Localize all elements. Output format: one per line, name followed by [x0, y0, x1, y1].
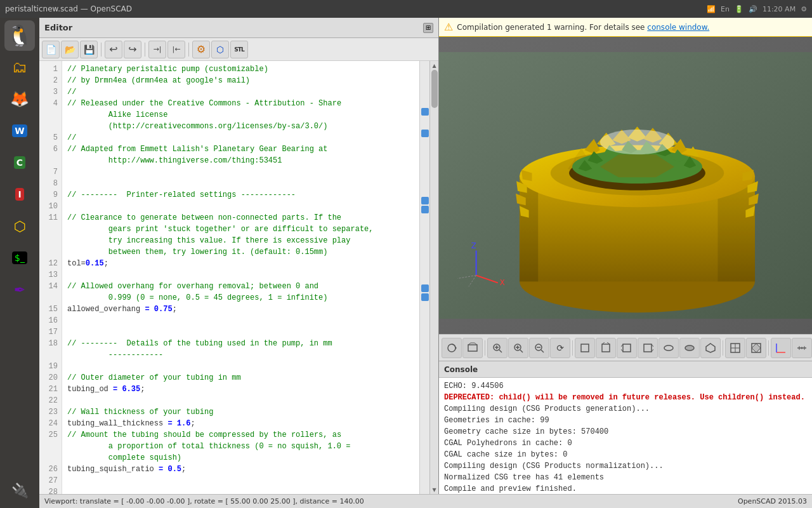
- svg-rect-47: [468, 345, 477, 351]
- stl-button[interactable]: STL: [230, 41, 248, 58]
- line-num-15: 15: [39, 304, 62, 315]
- code-line-18a: // -------- Details of the tubing used i…: [67, 338, 417, 349]
- console-panel: Console ✕ ECHO: 9.44506 DEPRECATED: chil…: [439, 361, 812, 494]
- code-line-20: // Outer diameter of your tubing in mm: [67, 372, 417, 384]
- line-num-28: 28: [39, 486, 62, 494]
- svg-text:X: X: [500, 278, 505, 287]
- line-num-14: 14: [39, 281, 62, 292]
- sidebar-app-files[interactable]: 🗂: [4, 52, 35, 83]
- sidebar-app-openscad[interactable]: ⬡: [4, 211, 35, 241]
- view-bottom-button[interactable]: [679, 338, 700, 358]
- redo-button[interactable]: ↪: [124, 41, 141, 58]
- sidebar-app-writer[interactable]: W: [4, 116, 35, 146]
- render-button[interactable]: ⬡: [211, 41, 229, 58]
- line-num-24: 24: [39, 418, 62, 429]
- line-num-11c: 11: [39, 235, 62, 246]
- settings-icon[interactable]: ⚙: [801, 5, 807, 13]
- code-line-3: //: [67, 86, 417, 98]
- code-line-9: // -------- Printer-related settings ---…: [67, 189, 417, 201]
- cross-section-button[interactable]: [746, 338, 766, 358]
- view-right-button[interactable]: [638, 338, 658, 358]
- toolbar-separator-2: [145, 43, 145, 57]
- rotate-view-button[interactable]: [442, 338, 462, 358]
- line-num-4b: 4: [39, 109, 62, 121]
- orthogonal-button[interactable]: [725, 338, 745, 358]
- split-area: Editor ⊞ 📄 📂 💾 ↩ ↪ →| |← ⚙ ⬡: [39, 18, 812, 494]
- code-area[interactable]: // Planetary peristaltic pump (customiza…: [62, 61, 419, 494]
- line-num-25: 25: [39, 429, 62, 441]
- editor-maximize-btn[interactable]: ⊞: [423, 23, 433, 33]
- new-file-button[interactable]: 📄: [42, 41, 60, 58]
- line-num-11: 11: [39, 212, 62, 224]
- console-line-10: Compile and preview finished.: [444, 483, 812, 494]
- view-diagonal-button[interactable]: [700, 338, 721, 358]
- version-info: OpenSCAD 2015.03: [738, 497, 807, 505]
- reset-view-button[interactable]: ⟳: [550, 338, 570, 358]
- line-num-20: 20: [39, 372, 62, 384]
- line-num-7: 7: [39, 166, 62, 178]
- sidebar-app-ubuntu[interactable]: 🐧: [4, 20, 35, 51]
- line-num-25b: 25: [39, 441, 62, 452]
- editor-scrollbar[interactable]: ▲ ▼: [429, 61, 438, 494]
- undo-button[interactable]: ↩: [105, 41, 122, 58]
- compile-button[interactable]: ⚙: [192, 41, 210, 58]
- sidebar-app-impress[interactable]: I: [4, 179, 35, 210]
- line-num-11d: 11: [39, 246, 62, 258]
- code-line-19: [67, 361, 417, 372]
- scroll-up-arrow[interactable]: ▲: [430, 61, 438, 70]
- zoom-in-button[interactable]: [508, 338, 528, 358]
- zoom-out-button[interactable]: [529, 338, 549, 358]
- ruler-button[interactable]: [792, 338, 812, 358]
- code-line-11b: gears print 'stuck together' or are diff…: [67, 224, 417, 235]
- 3d-scene: Z X: [439, 37, 812, 334]
- view-left-button[interactable]: [617, 338, 637, 358]
- svg-line-60: [541, 350, 544, 352]
- wifi-icon: 📶: [707, 5, 716, 13]
- window-title: peristalticnew.scad — OpenSCAD: [5, 4, 132, 13]
- code-line-24: tubing_wall_thickness = 1.6;: [67, 418, 417, 429]
- console-body[interactable]: ECHO: 9.44506 DEPRECATED: child() will b…: [439, 378, 812, 494]
- sidebar-app-calc[interactable]: C: [4, 147, 35, 178]
- unindent-button[interactable]: |←: [167, 41, 185, 58]
- code-line-14a: // Allowed overhang for overhang removal…: [67, 281, 417, 292]
- scroll-thumb[interactable]: [431, 70, 438, 108]
- preview-toolbar: ⟳: [439, 334, 812, 361]
- code-line-4b: Alike license: [67, 109, 417, 121]
- line-num-3: 3: [39, 86, 62, 98]
- preview-viewport[interactable]: Z X: [439, 37, 812, 334]
- zoom-all-button[interactable]: [487, 338, 508, 358]
- warning-icon: ⚠: [444, 21, 453, 33]
- sidebar-app-terminal[interactable]: $_: [4, 243, 35, 273]
- console-line-7: CGAL cache size in bytes: 0: [444, 449, 812, 460]
- line-num-13: 13: [39, 269, 62, 281]
- sidebar-app-usb[interactable]: 🔌: [4, 475, 35, 505]
- code-line-1: // Planetary peristaltic pump (customiza…: [67, 64, 417, 75]
- sidebar-app-firefox[interactable]: 🦊: [4, 84, 35, 114]
- indent-button[interactable]: →|: [148, 41, 166, 58]
- show-axes-button[interactable]: [771, 338, 791, 358]
- scroll-down-arrow[interactable]: ▼: [430, 485, 438, 494]
- svg-marker-46: [455, 347, 457, 349]
- svg-point-73: [685, 345, 694, 351]
- console-header: Console ✕: [439, 361, 812, 378]
- marker-5: [421, 284, 429, 292]
- line-num-6b: 6: [39, 155, 62, 166]
- view-back-button[interactable]: [596, 338, 616, 358]
- console-window-link[interactable]: console window.: [647, 23, 709, 32]
- open-file-button[interactable]: 📂: [61, 41, 79, 58]
- code-line-15: allowed_overhang = 0.75;: [67, 304, 417, 315]
- line-num-10: 10: [39, 201, 62, 212]
- editor-toolbar: 📄 📂 💾 ↩ ↪ →| |← ⚙ ⬡ STL: [39, 38, 438, 61]
- preview-panel: ⚠ Compilation generated 1 warning. For d…: [439, 18, 812, 494]
- line-num-27: 27: [39, 475, 62, 486]
- code-line-11d: between them, try lowering it. (default:…: [67, 246, 417, 258]
- view-top-button[interactable]: [658, 338, 679, 358]
- view-front-button[interactable]: [575, 338, 595, 358]
- side-markers: [419, 61, 429, 494]
- code-line-14b: 0.999 (0 = none, 0.5 = 45 degrees, 1 = i…: [67, 292, 417, 304]
- perspective-button[interactable]: [462, 338, 483, 358]
- content-area: Editor ⊞ 📄 📂 💾 ↩ ↪ →| |← ⚙ ⬡: [39, 18, 812, 508]
- code-line-25b: a proportion of total thickness (0 = no …: [67, 441, 417, 452]
- save-file-button[interactable]: 💾: [80, 41, 98, 58]
- sidebar-app-inkscape[interactable]: ✒: [4, 274, 35, 305]
